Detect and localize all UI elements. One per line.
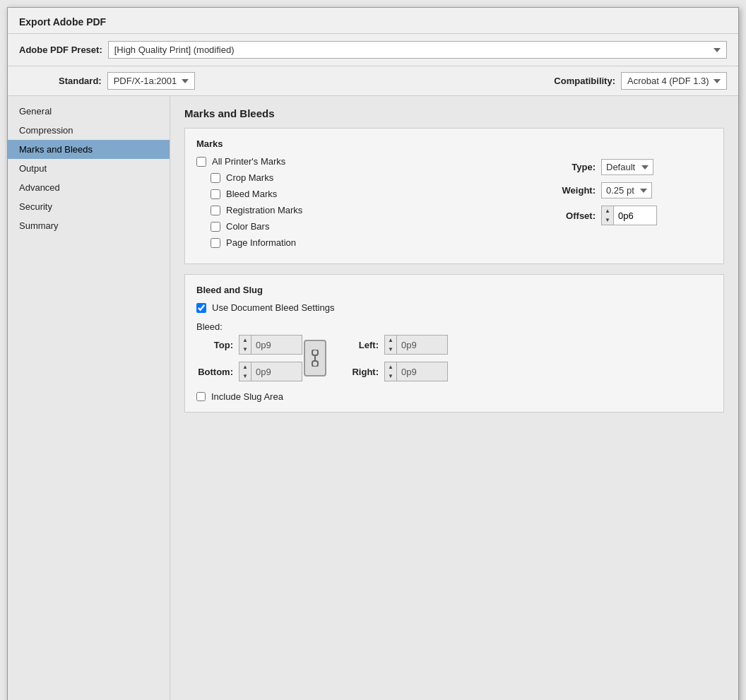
bleed-bottom-input-wrap: ▲ ▼ bbox=[239, 362, 302, 381]
page-title: Marks and Bleeds bbox=[184, 107, 724, 119]
title-bar: Export Adobe PDF bbox=[8, 8, 738, 34]
sidebar-item-compression[interactable]: Compression bbox=[8, 121, 170, 140]
bleed-bottom-label: Bottom: bbox=[196, 367, 233, 377]
offset-input[interactable] bbox=[614, 209, 656, 223]
bleed-left-input[interactable] bbox=[397, 338, 439, 352]
bleed-right-input-wrap: ▲ ▼ bbox=[384, 362, 448, 381]
preset-row: Adobe PDF Preset: [High Quality Print] (… bbox=[8, 34, 738, 66]
offset-increment-button[interactable]: ▲ bbox=[602, 206, 613, 215]
bleed-slug-section: Bleed and Slug Use Document Bleed Settin… bbox=[184, 274, 724, 413]
use-document-bleed-row: Use Document Bleed Settings bbox=[196, 302, 712, 313]
use-document-bleed-checkbox[interactable] bbox=[196, 303, 206, 313]
all-printers-marks-row: All Printer's Marks bbox=[196, 156, 528, 167]
offset-spinner: ▲ ▼ bbox=[602, 206, 614, 225]
svg-rect-1 bbox=[312, 361, 318, 367]
bleed-left-input-wrap: ▲ ▼ bbox=[384, 335, 448, 355]
bleed-right-spinner: ▲ ▼ bbox=[385, 362, 397, 381]
bleed-left-fields: Top: ▲ ▼ Bottom: bbox=[196, 335, 302, 381]
export-pdf-window: Export Adobe PDF Adobe PDF Preset: [High… bbox=[7, 7, 739, 700]
bleed-top-label: Top: bbox=[196, 340, 233, 350]
weight-row: Weight: 0.25 pt bbox=[557, 182, 712, 198]
bleed-top-decrement[interactable]: ▼ bbox=[239, 345, 251, 354]
bleed-top-input[interactable] bbox=[251, 338, 294, 352]
marks-left: All Printer's Marks Crop Marks Bleed Mar… bbox=[196, 156, 528, 254]
marks-section: Marks All Printer's Marks Crop Marks bbox=[184, 128, 724, 264]
bleed-top-increment[interactable]: ▲ bbox=[239, 336, 251, 345]
sidebar-item-marks-and-bleeds[interactable]: Marks and Bleeds bbox=[8, 140, 170, 159]
bleed-label: Bleed: bbox=[196, 321, 712, 332]
color-bars-row: Color Bars bbox=[211, 221, 528, 232]
bleed-bottom-row: Bottom: ▲ ▼ bbox=[196, 362, 302, 381]
standard-select[interactable]: PDF/X-1a:2001 bbox=[107, 72, 195, 90]
bleed-subtitle: Bleed and Slug bbox=[196, 285, 712, 295]
color-bars-label: Color Bars bbox=[226, 221, 269, 232]
include-slug-row: Include Slug Area bbox=[196, 391, 712, 402]
bleed-left-decrement[interactable]: ▼ bbox=[385, 345, 396, 354]
type-label: Type: bbox=[557, 162, 596, 172]
bleed-right-increment[interactable]: ▲ bbox=[385, 362, 396, 372]
window-title: Export Adobe PDF bbox=[19, 16, 727, 28]
bleed-marks-row: Bleed Marks bbox=[211, 189, 528, 199]
crop-marks-checkbox[interactable] bbox=[211, 173, 220, 183]
sidebar: General Compression Marks and Bleeds Out… bbox=[8, 96, 170, 700]
page-information-row: Page Information bbox=[211, 237, 528, 248]
page-information-checkbox[interactable] bbox=[211, 238, 220, 248]
weight-select[interactable]: 0.25 pt bbox=[601, 182, 652, 198]
page-information-label: Page Information bbox=[226, 237, 296, 248]
bleed-bottom-input[interactable] bbox=[251, 365, 294, 379]
color-bars-checkbox[interactable] bbox=[211, 222, 220, 232]
bleed-link-icon-wrap[interactable] bbox=[302, 337, 328, 379]
type-row: Type: Default bbox=[557, 159, 712, 175]
sidebar-item-summary[interactable]: Summary bbox=[8, 216, 170, 235]
link-svg-icon bbox=[309, 350, 321, 367]
preset-select[interactable]: [High Quality Print] (modified) bbox=[108, 41, 727, 59]
content-area: Marks and Bleeds Marks All Printer's Mar… bbox=[170, 96, 738, 700]
sidebar-item-general[interactable]: General bbox=[8, 102, 170, 121]
bleed-link-icon[interactable] bbox=[304, 340, 326, 376]
bleed-bottom-spinner: ▲ ▼ bbox=[239, 362, 251, 381]
marks-subtitle: Marks bbox=[196, 138, 712, 149]
all-printers-marks-label: All Printer's Marks bbox=[212, 156, 285, 167]
offset-label: Offset: bbox=[557, 210, 596, 221]
bleed-left-row: Left: ▲ ▼ bbox=[342, 335, 448, 355]
weight-label: Weight: bbox=[557, 185, 596, 196]
sidebar-item-security[interactable]: Security bbox=[8, 197, 170, 216]
standard-row: Standard: PDF/X-1a:2001 Compatibility: A… bbox=[8, 66, 738, 96]
include-slug-label: Include Slug Area bbox=[211, 391, 283, 402]
preset-label: Adobe PDF Preset: bbox=[19, 45, 102, 55]
bleed-left-increment[interactable]: ▲ bbox=[385, 336, 396, 345]
type-select[interactable]: Default bbox=[601, 159, 653, 175]
marks-right: Type: Default Weight: 0.25 pt bbox=[557, 156, 712, 254]
sidebar-item-output[interactable]: Output bbox=[8, 159, 170, 178]
offset-decrement-button[interactable]: ▼ bbox=[602, 215, 613, 225]
include-slug-checkbox[interactable] bbox=[196, 392, 206, 401]
bleed-marks-label: Bleed Marks bbox=[226, 189, 277, 199]
crop-marks-label: Crop Marks bbox=[226, 172, 273, 183]
offset-input-wrapper: ▲ ▼ bbox=[601, 206, 657, 225]
bleed-right-input[interactable] bbox=[397, 365, 439, 379]
registration-marks-label: Registration Marks bbox=[226, 205, 302, 215]
all-printers-marks-checkbox[interactable] bbox=[196, 157, 206, 167]
bleed-right-fields: Left: ▲ ▼ Right: bbox=[342, 335, 448, 381]
bleed-fields-container: Top: ▲ ▼ Bottom: bbox=[196, 335, 712, 381]
bleed-right-label: Right: bbox=[342, 367, 379, 377]
bleed-bottom-decrement[interactable]: ▼ bbox=[239, 372, 251, 381]
bleed-left-label: Left: bbox=[342, 340, 379, 350]
compatibility-select[interactable]: Acrobat 4 (PDF 1.3) bbox=[621, 72, 727, 90]
marks-grid: All Printer's Marks Crop Marks Bleed Mar… bbox=[196, 156, 712, 254]
use-document-bleed-label: Use Document Bleed Settings bbox=[212, 302, 334, 313]
bleed-left-spinner: ▲ ▼ bbox=[385, 336, 397, 354]
bleed-top-row: Top: ▲ ▼ bbox=[196, 335, 302, 355]
bleed-bottom-increment[interactable]: ▲ bbox=[239, 362, 251, 372]
standard-label: Standard: bbox=[59, 76, 102, 86]
bleed-right-decrement[interactable]: ▼ bbox=[385, 372, 396, 381]
sidebar-item-advanced[interactable]: Advanced bbox=[8, 178, 170, 197]
bleed-marks-checkbox[interactable] bbox=[211, 189, 220, 199]
svg-rect-0 bbox=[312, 350, 318, 355]
compatibility-label: Compatibility: bbox=[554, 76, 615, 86]
registration-marks-row: Registration Marks bbox=[211, 205, 528, 215]
crop-marks-row: Crop Marks bbox=[211, 172, 528, 183]
registration-marks-checkbox[interactable] bbox=[211, 206, 220, 215]
main-content: General Compression Marks and Bleeds Out… bbox=[8, 96, 738, 700]
offset-row: Offset: ▲ ▼ bbox=[557, 206, 712, 225]
